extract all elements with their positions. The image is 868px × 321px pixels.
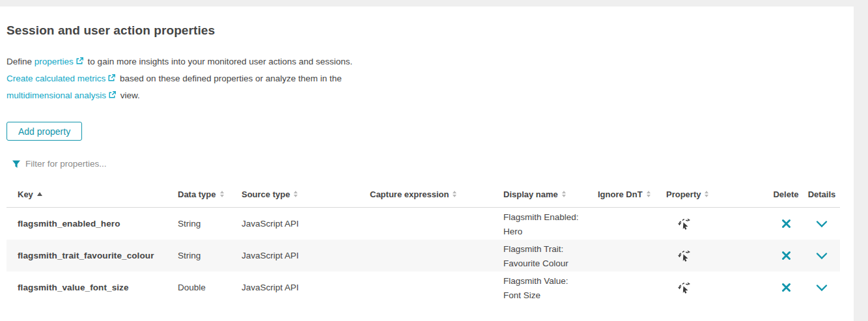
data-type-cell: String <box>171 219 235 229</box>
intro-text: Define properties to gain more insights … <box>7 53 352 104</box>
filter-input[interactable]: Filter for properties... <box>12 159 337 169</box>
filter-icon <box>12 160 21 169</box>
column-header-display-name[interactable]: Display name <box>497 189 591 199</box>
sort-icon <box>453 191 456 197</box>
intro-line1-post: to gain more insights into your monitore… <box>88 57 353 66</box>
column-header-key[interactable]: Key <box>7 189 171 199</box>
details-chevron-down-icon[interactable] <box>815 219 829 229</box>
delete-button[interactable] <box>780 281 792 294</box>
source-type-cell: JavaScript API <box>235 219 363 229</box>
sort-icon <box>647 191 651 197</box>
data-type-cell: String <box>171 251 235 260</box>
intro-line3-post: view. <box>120 91 140 100</box>
details-cell <box>804 283 840 293</box>
column-header-source-type[interactable]: Source type <box>235 189 363 199</box>
sort-ascending-icon <box>37 192 42 196</box>
user-action-property-icon <box>676 280 691 296</box>
column-header-data-type[interactable]: Data type <box>171 189 235 199</box>
multidimensional-analysis-link[interactable]: multidimensional analysis <box>7 91 106 100</box>
sort-icon <box>220 191 224 197</box>
display-name-cell: Flagsmith Enabled: Hero <box>497 208 588 239</box>
delete-cell <box>768 217 804 230</box>
delete-button[interactable] <box>780 217 792 230</box>
key-cell: flagsmith_value_font_size <box>7 283 171 292</box>
external-link-icon <box>76 54 84 70</box>
delete-button[interactable] <box>780 249 792 262</box>
user-action-property-icon <box>676 248 691 264</box>
page-title: Session and user action properties <box>7 23 215 38</box>
delete-cell <box>768 249 804 262</box>
column-header-ignore-dnt[interactable]: Ignore DnT <box>591 189 660 199</box>
content-panel: Session and user action properties Defin… <box>0 7 854 321</box>
key-cell: flagsmith_enabled_hero <box>7 219 171 229</box>
key-cell: flagsmith_trait_favourite_colour <box>7 251 171 260</box>
property-cell <box>660 248 768 264</box>
table-header-row: Key Data type Source type Capture expres… <box>7 181 840 208</box>
table-row: flagsmith_value_font_size Double JavaScr… <box>7 272 840 303</box>
delete-cell <box>768 281 804 294</box>
column-header-details: Details <box>804 189 840 199</box>
display-name-cell: Flagsmith Value: Font Size <box>497 272 588 303</box>
source-type-cell: JavaScript API <box>235 251 363 260</box>
property-cell <box>660 216 768 232</box>
intro-line1-pre: Define <box>7 57 32 66</box>
properties-link[interactable]: properties <box>35 57 74 66</box>
filter-placeholder: Filter for properties... <box>25 159 107 169</box>
column-header-delete: Delete <box>768 189 804 199</box>
data-type-cell: Double <box>171 283 235 292</box>
table-row: flagsmith_enabled_hero String JavaScript… <box>7 208 840 240</box>
source-type-cell: JavaScript API <box>235 283 363 292</box>
table-row: flagsmith_trait_favourite_colour String … <box>7 240 840 272</box>
external-link-icon <box>108 88 117 104</box>
details-cell <box>804 219 840 229</box>
properties-table: Key Data type Source type Capture expres… <box>7 181 840 303</box>
sort-icon <box>705 191 708 197</box>
calculated-metrics-link[interactable]: Create calculated metrics <box>7 74 105 83</box>
intro-line2-post: based on these defined properties or ana… <box>120 74 342 83</box>
column-header-capture-expression[interactable]: Capture expression <box>363 189 497 199</box>
details-cell <box>804 251 840 261</box>
details-chevron-down-icon[interactable] <box>815 283 829 293</box>
external-link-icon <box>107 71 116 87</box>
add-property-button[interactable]: Add property <box>7 122 82 141</box>
sort-icon <box>294 191 298 197</box>
user-action-property-icon <box>676 216 691 232</box>
column-header-property[interactable]: Property <box>660 189 768 199</box>
sort-icon <box>562 191 566 197</box>
property-cell <box>660 280 768 296</box>
details-chevron-down-icon[interactable] <box>815 251 829 261</box>
display-name-cell: Flagsmith Trait: Favourite Colour <box>497 240 588 271</box>
